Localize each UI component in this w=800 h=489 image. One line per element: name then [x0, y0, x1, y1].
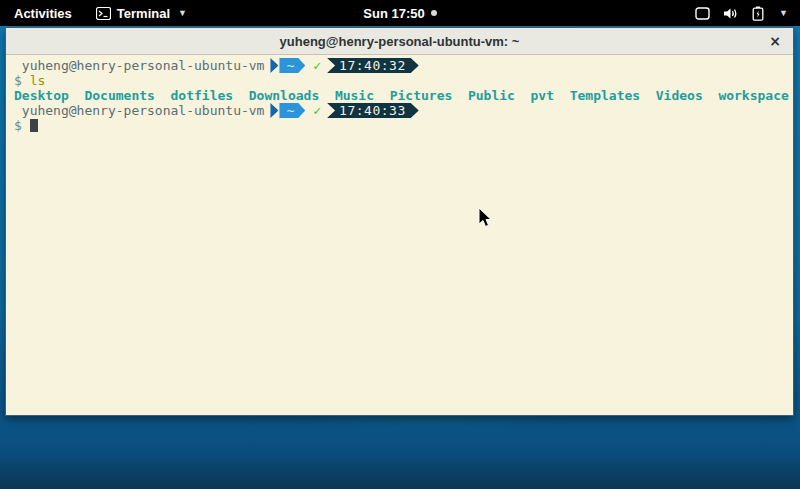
close-icon[interactable]: × [769, 34, 781, 48]
dir-item: Desktop [14, 88, 69, 103]
prompt-time-segment: 17:40:32 [327, 58, 419, 73]
ls-output-row: DesktopDocumentsdotfilesDownloadsMusicPi… [14, 88, 787, 103]
prompt-symbol: $ [14, 118, 22, 133]
dir-item: Documents [84, 88, 154, 103]
prompt-symbol: $ [14, 73, 22, 88]
window-title: yuheng@henry-personal-ubuntu-vm: ~ [6, 34, 793, 49]
command-line: $ ls [14, 73, 787, 88]
check-icon: ✓ [313, 103, 321, 118]
screen-share-icon [695, 7, 710, 20]
terminal-block-cursor [30, 119, 38, 132]
app-menu-label: Terminal [117, 6, 170, 21]
prompt-user-host: yuheng@henry-personal-ubuntu-vm [22, 103, 265, 118]
typed-command: ls [30, 73, 46, 88]
clock[interactable]: Sun 17:50 [363, 6, 424, 21]
system-tray[interactable]: ▼ [683, 0, 800, 26]
dir-item: dotfiles [171, 88, 234, 103]
chevron-down-icon: ▼ [178, 8, 187, 18]
dir-item: Pictures [390, 88, 453, 103]
dir-item: Videos [656, 88, 703, 103]
chevron-down-icon: ▼ [779, 8, 788, 18]
terminal-window: yuheng@henry-personal-ubuntu-vm: ~ × yuh… [5, 27, 794, 416]
dir-item: Public [468, 88, 515, 103]
prompt-line-1: yuheng@henry-personal-ubuntu-vm ~ ✓ 17:4… [14, 58, 787, 73]
check-icon: ✓ [313, 58, 321, 73]
app-menu-terminal[interactable]: Terminal ▼ [86, 0, 197, 26]
gnome-top-bar: Activities Terminal ▼ Sun 17:50 [0, 0, 800, 26]
current-prompt-line: $ [14, 118, 787, 133]
powerline-arrow-icon [270, 103, 278, 118]
dir-item: pvt [531, 88, 554, 103]
prompt-time-segment: 17:40:33 [327, 103, 419, 118]
prompt-cwd-segment: ~ [279, 58, 305, 73]
prompt-user-host: yuheng@henry-personal-ubuntu-vm [22, 58, 265, 73]
terminal-content[interactable]: yuheng@henry-personal-ubuntu-vm ~ ✓ 17:4… [6, 55, 793, 415]
volume-icon [723, 7, 739, 20]
dir-item: Music [335, 88, 374, 103]
dir-item: Templates [570, 88, 640, 103]
prompt-line-2: yuheng@henry-personal-ubuntu-vm ~ ✓ 17:4… [14, 103, 787, 118]
window-titlebar[interactable]: yuheng@henry-personal-ubuntu-vm: ~ × [6, 28, 793, 55]
dir-item: Downloads [249, 88, 319, 103]
terminal-icon [96, 7, 111, 20]
recording-indicator-dot [431, 10, 437, 16]
dir-item: workspace [718, 88, 788, 103]
powerline-arrow-icon [270, 58, 278, 73]
prompt-cwd-segment: ~ [279, 103, 305, 118]
battery-charging-icon [752, 6, 764, 21]
activities-button[interactable]: Activities [0, 0, 86, 26]
